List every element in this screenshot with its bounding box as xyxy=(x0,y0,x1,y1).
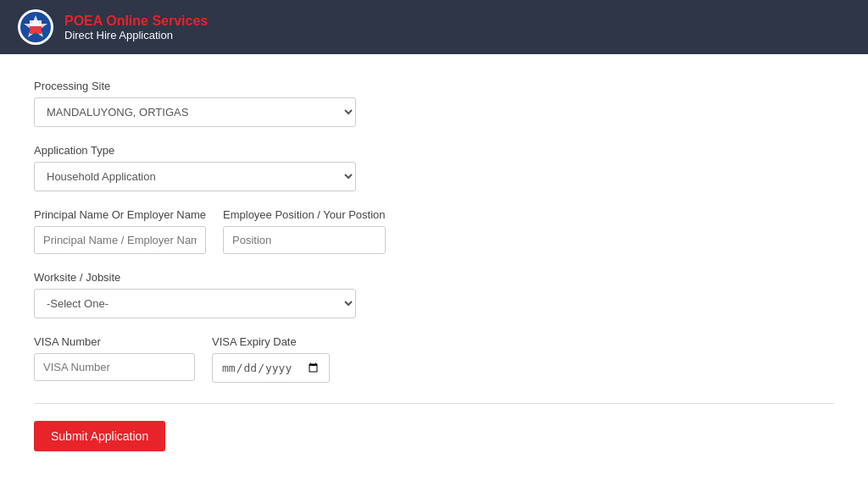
principal-name-label: Principal Name Or Employer Name xyxy=(34,208,206,221)
visa-expiry-group: VISA Expiry Date xyxy=(212,335,330,383)
processing-site-select[interactable]: MANDALUYONG, ORTIGAS MANILA CEBU DAVAO xyxy=(34,97,356,127)
application-type-label: Application Type xyxy=(34,144,834,157)
header: POEA Online Services Direct Hire Applica… xyxy=(0,0,868,54)
worksite-label: Worksite / Jobsite xyxy=(34,271,834,284)
application-type-section: Application Type Household Application P… xyxy=(34,144,834,191)
processing-site-label: Processing Site xyxy=(34,80,834,92)
application-type-select[interactable]: Household Application Professional Appli… xyxy=(34,162,356,191)
visa-number-group: VISA Number xyxy=(34,335,195,381)
svg-rect-4 xyxy=(30,20,42,26)
visa-expiry-label: VISA Expiry Date xyxy=(212,335,330,348)
principal-name-group: Principal Name Or Employer Name xyxy=(34,208,206,254)
visa-expiry-input[interactable] xyxy=(212,353,330,383)
worksite-section: Worksite / Jobsite -Select One- SAUDI AR… xyxy=(34,271,834,318)
principal-position-row: Principal Name Or Employer Name Employee… xyxy=(34,208,834,254)
processing-site-section: Processing Site MANDALUYONG, ORTIGAS MAN… xyxy=(34,80,834,127)
header-text: POEA Online Services Direct Hire Applica… xyxy=(64,14,208,41)
poea-logo xyxy=(17,8,54,46)
divider xyxy=(34,403,834,404)
employee-position-group: Employee Position / Your Postion xyxy=(223,208,386,254)
employee-position-label: Employee Position / Your Postion xyxy=(223,208,386,221)
visa-number-label: VISA Number xyxy=(34,335,195,348)
header-title: POEA Online Services xyxy=(64,14,208,29)
employee-position-input[interactable] xyxy=(223,226,386,254)
submit-application-button[interactable]: Submit Application xyxy=(34,421,165,451)
main-content: Processing Site MANDALUYONG, ORTIGAS MAN… xyxy=(0,54,868,477)
header-subtitle: Direct Hire Application xyxy=(64,29,208,41)
worksite-select[interactable]: -Select One- SAUDI ARABIA UAE QATAR KUWA… xyxy=(34,289,356,318)
visa-number-input[interactable] xyxy=(34,353,195,381)
svg-rect-3 xyxy=(30,25,42,34)
visa-row: VISA Number VISA Expiry Date xyxy=(34,335,834,383)
principal-name-input[interactable] xyxy=(34,226,206,254)
